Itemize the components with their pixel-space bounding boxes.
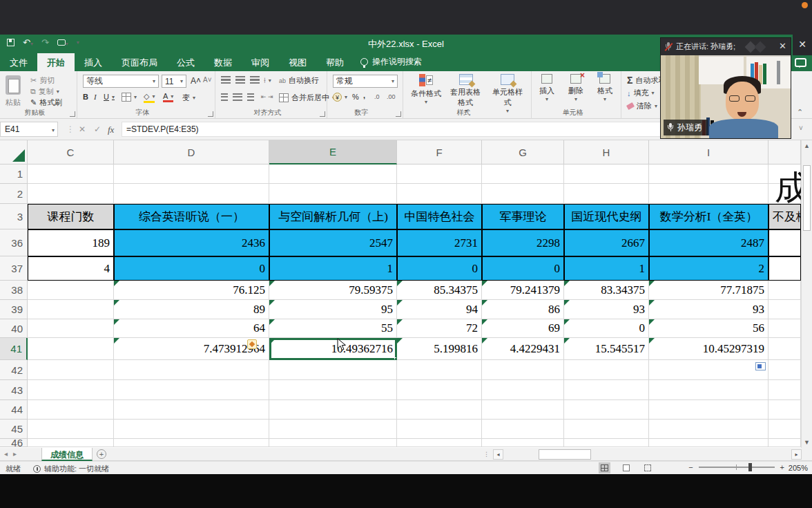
clipboard-dialog-launcher-icon[interactable] bbox=[70, 111, 75, 117]
cell-E46[interactable] bbox=[269, 439, 397, 447]
cut-button[interactable]: ✂ 剪切 bbox=[30, 75, 55, 86]
scroll-up-icon[interactable]: ▲ bbox=[802, 142, 812, 149]
cell-E1[interactable] bbox=[269, 164, 397, 184]
meeting-close-icon[interactable]: ✕ bbox=[795, 37, 809, 51]
cell-D43[interactable] bbox=[114, 380, 269, 400]
cell-H45[interactable] bbox=[564, 420, 649, 439]
cell-H42[interactable] bbox=[564, 360, 649, 380]
row-header-42[interactable]: 42 bbox=[0, 360, 28, 380]
number-format-select[interactable]: 常规▾ bbox=[333, 75, 398, 88]
ribbon-tab-公式[interactable]: 公式 bbox=[167, 53, 204, 71]
cell-E45[interactable] bbox=[269, 420, 397, 439]
row-header-39[interactable]: 39 bbox=[0, 300, 28, 319]
cell-J43[interactable] bbox=[768, 380, 801, 400]
delete-cells-button[interactable]: 删除▾ bbox=[562, 74, 590, 102]
cell-J38[interactable] bbox=[768, 281, 801, 300]
cell-H38[interactable]: 83.34375 bbox=[564, 281, 649, 300]
enter-formula-icon[interactable]: ✓ bbox=[94, 124, 101, 134]
webcam-overlay[interactable]: 正在讲话: 孙瑞勇; ✕ 孙瑞勇 bbox=[661, 38, 791, 138]
cell-H44[interactable] bbox=[564, 400, 649, 420]
tell-me-search[interactable]: 操作说明搜索 bbox=[354, 53, 429, 71]
number-dialog-launcher-icon[interactable] bbox=[396, 111, 401, 117]
cell-C39[interactable] bbox=[28, 300, 114, 319]
row-header-43[interactable]: 43 bbox=[0, 380, 28, 400]
horizontal-align-buttons[interactable] bbox=[221, 93, 254, 101]
font-name-select[interactable]: 等线▾ bbox=[83, 75, 159, 88]
fill-color-button[interactable]: ◇▾ bbox=[144, 92, 155, 103]
format-painter-button[interactable]: ✎ 格式刷 bbox=[30, 97, 62, 108]
cell-C1[interactable] bbox=[28, 164, 114, 184]
row-header-37[interactable]: 37 bbox=[0, 256, 28, 281]
cell-I41[interactable]: 10.45297319 bbox=[649, 338, 768, 360]
cell-D40[interactable]: 64 bbox=[114, 319, 269, 338]
column-header-G[interactable]: G bbox=[482, 140, 564, 164]
page-layout-view-icon[interactable] bbox=[620, 462, 632, 473]
cell-I46[interactable] bbox=[649, 439, 768, 447]
cell-C36[interactable]: 189 bbox=[28, 229, 114, 256]
cell-E41[interactable]: 10.49362716 bbox=[269, 338, 397, 360]
cell-F3[interactable]: 中国特色社会 bbox=[397, 204, 482, 229]
ribbon-tab-数据[interactable]: 数据 bbox=[204, 53, 242, 71]
cell-E43[interactable] bbox=[269, 380, 397, 400]
ribbon-tab-审阅[interactable]: 审阅 bbox=[242, 53, 279, 71]
hscroll-splitter[interactable]: ⋮ bbox=[483, 451, 490, 458]
cell-G44[interactable] bbox=[482, 400, 564, 420]
cell-H46[interactable] bbox=[564, 439, 649, 447]
zoom-in-icon[interactable]: + bbox=[780, 463, 784, 471]
cell-D44[interactable] bbox=[114, 400, 269, 420]
cell-I44[interactable] bbox=[649, 400, 768, 420]
name-box[interactable]: E41▾ bbox=[0, 122, 58, 137]
cell-D42[interactable] bbox=[114, 360, 269, 380]
row-header-1[interactable]: 1 bbox=[0, 164, 28, 184]
undo-icon[interactable]: ↶▾ bbox=[23, 37, 33, 48]
zoom-slider[interactable] bbox=[699, 467, 775, 468]
cell-G46[interactable] bbox=[482, 439, 564, 447]
font-color-button[interactable]: A▾ bbox=[163, 92, 173, 102]
cell-J40[interactable] bbox=[768, 319, 801, 338]
cell-D37[interactable]: 0 bbox=[114, 256, 269, 281]
column-header-I[interactable]: I bbox=[649, 140, 768, 164]
cell-E39[interactable]: 95 bbox=[269, 300, 397, 319]
cell-G37[interactable]: 0 bbox=[482, 256, 564, 281]
scroll-down-icon[interactable]: ▼ bbox=[802, 439, 812, 446]
cell-C41[interactable] bbox=[28, 338, 114, 360]
cancel-formula-icon[interactable]: ✕ bbox=[79, 124, 86, 134]
cell-J41[interactable] bbox=[768, 338, 801, 360]
cell-I40[interactable]: 56 bbox=[649, 319, 768, 338]
decrease-decimal-button[interactable]: .00 bbox=[387, 93, 396, 100]
cell-G3[interactable]: 军事理论 bbox=[482, 204, 564, 229]
clear-button[interactable]: 清除 ▾ bbox=[627, 101, 657, 111]
zoom-slider-thumb[interactable] bbox=[748, 463, 752, 471]
cell-I45[interactable] bbox=[649, 420, 768, 439]
insert-cells-button[interactable]: 插入▾ bbox=[533, 74, 561, 102]
cell-D38[interactable]: 76.125 bbox=[114, 281, 269, 300]
row-header-41[interactable]: 41 bbox=[0, 338, 28, 360]
column-header-J[interactable] bbox=[768, 140, 801, 164]
cell-I3[interactable]: 数学分析I（全英） bbox=[649, 204, 768, 229]
accounting-format-button[interactable]: ¥▾ bbox=[333, 93, 347, 102]
wrap-text-button[interactable]: ab 自动换行 bbox=[279, 75, 319, 86]
cell-F46[interactable] bbox=[397, 439, 482, 447]
webcam-close-icon[interactable]: ✕ bbox=[779, 41, 786, 51]
cell-G41[interactable]: 4.4229431 bbox=[482, 338, 564, 360]
cell-G45[interactable] bbox=[482, 420, 564, 439]
cell-C46[interactable] bbox=[28, 439, 114, 447]
cell-E2[interactable] bbox=[269, 184, 397, 204]
cell-F43[interactable] bbox=[397, 380, 482, 400]
cell-C37[interactable]: 4 bbox=[28, 256, 114, 281]
normal-view-icon[interactable] bbox=[599, 462, 610, 473]
ribbon-tab-开始[interactable]: 开始 bbox=[37, 53, 75, 71]
scroll-left-icon[interactable]: ◂ bbox=[493, 449, 503, 460]
new-sheet-icon[interactable]: + bbox=[97, 449, 106, 459]
cell-G38[interactable]: 79.241379 bbox=[482, 281, 564, 300]
underline-button[interactable]: U▾ bbox=[104, 93, 115, 101]
smart-tag-icon[interactable] bbox=[755, 362, 766, 370]
font-dialog-launcher-icon[interactable] bbox=[208, 111, 213, 117]
cell-C45[interactable] bbox=[28, 420, 114, 439]
scroll-right-icon[interactable]: ▸ bbox=[791, 449, 802, 460]
redo-icon[interactable]: ↷ bbox=[41, 37, 49, 48]
orientation-button[interactable]: ⟊▾ bbox=[264, 76, 271, 85]
borders-button[interactable]: ▾ bbox=[122, 93, 137, 102]
conditional-formatting-button[interactable]: 条件格式 ▾ bbox=[407, 74, 445, 105]
insert-function-icon[interactable]: fx bbox=[108, 124, 114, 135]
